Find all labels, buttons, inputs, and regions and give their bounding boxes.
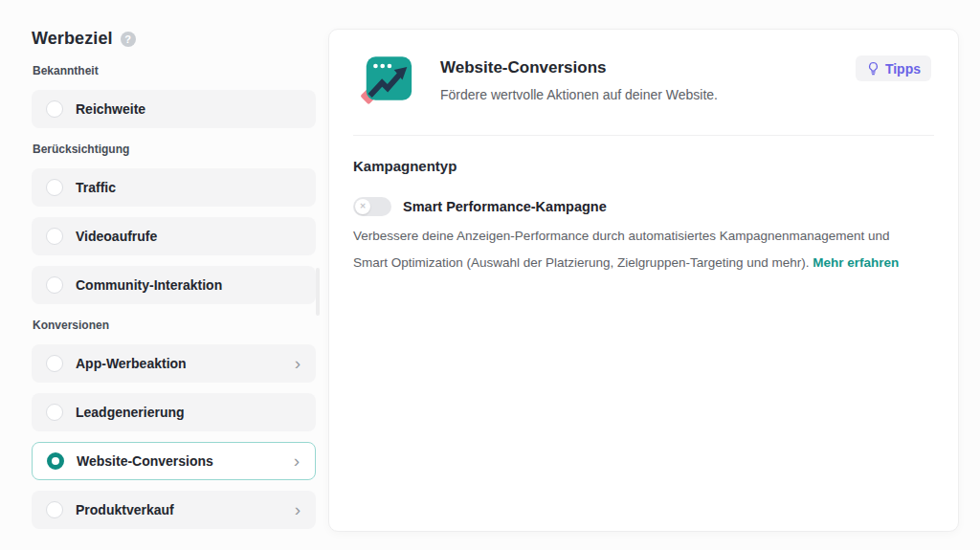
campaign-objective-screen: Werbeziel ? Bekanntheit Reichweite Berüc… <box>0 0 980 550</box>
campaign-type-description: Verbessere deine Anzeigen-Performance du… <box>353 223 927 276</box>
tips-button-label: Tipps <box>885 61 921 77</box>
lightbulb-icon <box>866 61 880 76</box>
campaign-type-heading: Kampagnentyp <box>353 158 934 174</box>
objective-header-text: Website-Conversions Fördere wertvolle Ak… <box>440 55 718 102</box>
toggle-off-x-icon: ✕ <box>360 203 367 210</box>
radio-unselected-icon <box>46 276 63 294</box>
toggle-knob: ✕ <box>355 199 370 214</box>
objective-option-videoaufrufe[interactable]: Videoaufrufe <box>32 217 316 255</box>
radio-unselected-icon <box>46 179 63 196</box>
objective-option-reichweite[interactable]: Reichweite <box>32 90 316 128</box>
chevron-right-icon: › <box>295 354 301 372</box>
radio-unselected-icon <box>46 404 63 421</box>
radio-unselected-icon <box>46 355 63 372</box>
objective-subtitle: Fördere wertvolle Aktionen auf deiner We… <box>440 87 718 102</box>
objective-option-app-werbeaktion[interactable]: App-Werbeaktion › <box>32 344 316 383</box>
website-conversions-icon <box>360 55 415 106</box>
sidebar-scrollbar-thumb[interactable] <box>316 268 320 316</box>
smart-performance-label: Smart Performance-Kampagne <box>403 199 607 214</box>
help-icon[interactable]: ? <box>121 32 136 47</box>
radio-selected-icon <box>47 452 64 470</box>
objective-option-traffic[interactable]: Traffic <box>32 168 316 207</box>
objective-detail-card: Website-Conversions Fördere wertvolle Ak… <box>328 29 959 532</box>
sidebar-header: Werbeziel ? <box>32 29 316 49</box>
objective-option-produktverkauf[interactable]: Produktverkauf › <box>32 491 316 529</box>
objective-title: Website-Conversions <box>440 58 718 77</box>
objective-option-community-interaktion[interactable]: Community-Interaktion <box>32 266 316 304</box>
campaign-type-section: Kampagnentyp ✕ Smart Performance-Kampagn… <box>329 136 958 276</box>
objective-option-leadgenerierung[interactable]: Leadgenerierung <box>32 393 316 431</box>
objective-header: Website-Conversions Fördere wertvolle Ak… <box>329 30 958 106</box>
description-text: Verbessere deine Anzeigen-Performance du… <box>353 229 890 270</box>
group-label-konversionen: Konversionen <box>33 319 316 332</box>
smart-performance-toggle[interactable]: ✕ <box>353 197 391 216</box>
tips-button[interactable]: Tipps <box>856 55 931 81</box>
radio-unselected-icon <box>46 501 63 518</box>
group-label-beruecksichtigung: Berücksichtigung <box>33 143 316 156</box>
radio-unselected-icon <box>46 100 63 118</box>
group-label-bekanntheit: Bekanntheit <box>33 64 316 77</box>
objective-option-website-conversions[interactable]: Website-Conversions › <box>32 442 316 480</box>
page-title: Werbeziel <box>32 29 113 49</box>
chevron-right-icon: › <box>294 451 300 470</box>
radio-unselected-icon <box>46 228 63 245</box>
learn-more-link[interactable]: Mehr erfahren <box>813 255 899 270</box>
chevron-right-icon: › <box>295 500 301 518</box>
smart-performance-row: ✕ Smart Performance-Kampagne <box>353 197 934 216</box>
objective-sidebar: Werbeziel ? Bekanntheit Reichweite Berüc… <box>32 29 316 539</box>
